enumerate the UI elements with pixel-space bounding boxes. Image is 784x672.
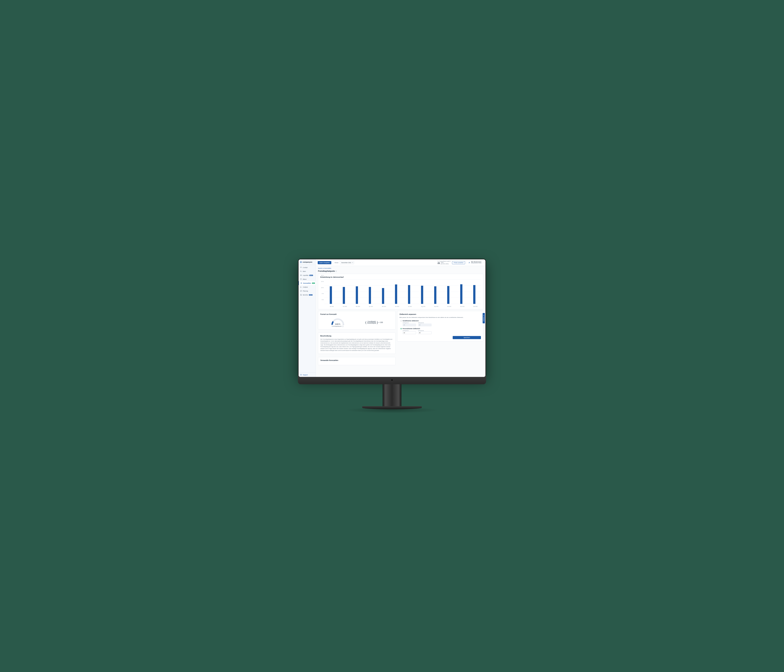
balance-icon bbox=[300, 278, 302, 280]
related-title: Verwandte Kennzahlen bbox=[320, 359, 393, 361]
radio-icon bbox=[400, 320, 402, 321]
sidebar-item-liquiditaet[interactable]: Liquidität BALD bbox=[299, 273, 316, 277]
svg-point-0 bbox=[300, 271, 301, 272]
chevron-down-icon: ⌄ bbox=[482, 262, 484, 263]
y-tick: 10 % bbox=[321, 287, 324, 288]
bar[interactable] bbox=[460, 284, 462, 304]
svg-point-4 bbox=[469, 262, 470, 263]
sidebar-item-label: Kennzahlen bbox=[303, 282, 311, 284]
page-title: Fremdkapitalquote i bbox=[318, 270, 483, 272]
bar[interactable] bbox=[434, 286, 436, 304]
x-label: Nov 2021 bbox=[460, 306, 462, 307]
user-company: Musterküchen GmbH bbox=[471, 263, 482, 264]
target-title: Zielbereich anpassen bbox=[400, 313, 481, 315]
x-label: Feb 2021 bbox=[343, 306, 345, 307]
camera-icon bbox=[391, 379, 393, 381]
sidebar-item-label: Cockpit bbox=[303, 267, 308, 268]
sidebar-item-planung[interactable]: Planung bbox=[299, 289, 316, 293]
description-title: Beschreibung bbox=[320, 335, 393, 337]
chart-icon bbox=[300, 286, 302, 288]
view-prices-button[interactable]: Preise ansehen bbox=[452, 261, 465, 264]
user-menu[interactable]: Max Mustermann Musterküchen GmbH ⌄ bbox=[468, 261, 484, 264]
bar[interactable] bbox=[343, 287, 345, 304]
predef-lower-input bbox=[403, 324, 416, 326]
custom-upper-input[interactable] bbox=[418, 331, 431, 334]
x-label: Jan 2021 bbox=[330, 306, 332, 307]
bar[interactable] bbox=[330, 286, 332, 304]
sidebar-item-label: Berichte bbox=[303, 294, 308, 296]
sidebar-item-label: Planung bbox=[303, 290, 308, 292]
month-label: Monat bbox=[334, 262, 338, 264]
x-label: Mär 2021 bbox=[356, 306, 358, 307]
x-label: Mai 2021 bbox=[382, 306, 384, 307]
info-icon[interactable]: i bbox=[335, 270, 337, 272]
bar[interactable] bbox=[473, 285, 475, 304]
support-icon bbox=[300, 374, 302, 376]
related-card: Verwandte Kennzahlen bbox=[318, 357, 396, 365]
sidebar-item-kennzahlen[interactable]: Kennzahlen NEU bbox=[299, 281, 316, 285]
radio-custom[interactable]: Personalisierter Zielbereich bbox=[400, 328, 481, 329]
speedometer-icon bbox=[300, 267, 302, 268]
sidebar-item-berichte[interactable]: Berichte BALD bbox=[299, 293, 316, 297]
logo[interactable]: companyon bbox=[299, 259, 316, 265]
trial-info: Ihr Probezeitraum endet in 21 Tagen (bis… bbox=[438, 261, 451, 265]
bar[interactable] bbox=[356, 286, 358, 304]
logo-icon bbox=[300, 261, 302, 263]
formula-title: Formel zur Kennzahl bbox=[320, 313, 393, 315]
back-link[interactable]: Zurück zu Kennzahlen bbox=[318, 267, 331, 269]
support-link[interactable]: Support bbox=[299, 372, 316, 377]
topbar: Daten einspielen Monat Dezember 2021 ⇅ I… bbox=[316, 259, 485, 266]
predef-upper-input bbox=[418, 324, 431, 326]
formula-card: Formel zur Kennzahl bbox=[318, 311, 396, 329]
radio-icon bbox=[400, 328, 402, 329]
sidebar-item-label: BWA bbox=[303, 271, 306, 272]
search-icon bbox=[300, 270, 302, 272]
month-select[interactable]: Dezember 2021 ⇅ bbox=[340, 261, 354, 264]
x-label: Jun 2021 bbox=[395, 306, 397, 307]
lower-label: Untergrenze bbox=[403, 330, 416, 331]
bar[interactable] bbox=[382, 288, 384, 304]
support-label: Support bbox=[303, 374, 308, 376]
feedback-tab[interactable]: ☰ Feedback bbox=[483, 313, 485, 323]
y-tick: 0 % bbox=[322, 299, 324, 300]
x-label: Aug 2021 bbox=[421, 306, 423, 307]
badge-bald: BALD bbox=[310, 275, 313, 276]
sidebar-item-cockpit[interactable]: Cockpit bbox=[299, 265, 316, 269]
gauge: 15,82 % 0 100 Fremdkapitalquote bbox=[331, 318, 345, 327]
bar[interactable] bbox=[395, 284, 397, 304]
x-label: Okt 2021 bbox=[447, 306, 450, 307]
badge-bald: BALD bbox=[309, 294, 313, 296]
map-icon bbox=[300, 290, 302, 292]
custom-lower-input[interactable] bbox=[403, 331, 416, 334]
save-button[interactable]: Speichern bbox=[453, 336, 481, 339]
info-icon[interactable]: i bbox=[342, 326, 344, 327]
radio-predefined[interactable]: Vordefinierter Zielbereich bbox=[400, 320, 481, 321]
svg-point-2 bbox=[301, 283, 302, 283]
target-icon bbox=[300, 282, 302, 284]
import-data-button[interactable]: Daten einspielen bbox=[318, 261, 331, 264]
sidebar-item-analyse[interactable]: Analyse bbox=[299, 285, 316, 289]
sidebar-item-bilanz[interactable]: Bilanz bbox=[299, 277, 316, 281]
bar[interactable] bbox=[369, 287, 371, 304]
target-subtitle: Bitte passen Sie den Zielbereich entspre… bbox=[400, 317, 481, 318]
x-label: Sep 2021 bbox=[434, 306, 436, 307]
feedback-icon: ☰ bbox=[483, 315, 484, 316]
x-label: Dez 2021 bbox=[473, 306, 475, 307]
user-icon bbox=[468, 262, 470, 264]
upper-label: Obergrenze bbox=[418, 330, 431, 331]
chevron-updown-icon: ⇅ bbox=[352, 262, 353, 263]
chart-title: Entwicklung im Jahresverlauf bbox=[320, 276, 481, 278]
logo-text: companyon bbox=[303, 261, 312, 263]
chart-card: Entwicklung im Jahresverlauf 0 %5 %10 %1… bbox=[318, 274, 483, 309]
badge-neu: NEU bbox=[312, 282, 315, 284]
document-icon bbox=[300, 294, 302, 296]
bar[interactable] bbox=[408, 285, 410, 304]
cart-icon bbox=[300, 275, 302, 276]
bar[interactable] bbox=[447, 286, 450, 304]
bar[interactable] bbox=[421, 286, 423, 304]
nav: Cockpit BWA Liquidität BALD bbox=[299, 265, 316, 372]
description-text: Die Fremdkapitalquote ist das Gegenstück… bbox=[320, 338, 393, 352]
sidebar-item-bwa[interactable]: BWA bbox=[299, 269, 316, 273]
description-card: Beschreibung Die Fremdkapitalquote ist d… bbox=[318, 332, 396, 354]
lower-label: Untergrenze bbox=[403, 322, 416, 323]
